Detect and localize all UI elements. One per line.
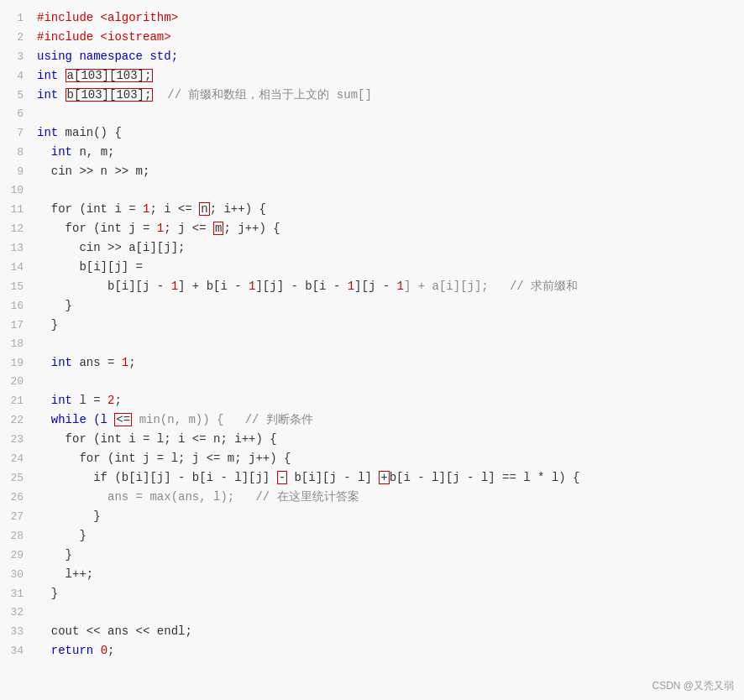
line-number: 12 xyxy=(0,220,34,238)
table-row: 17 } xyxy=(0,316,744,335)
line-content: int main() { xyxy=(34,123,744,142)
code-token: ] + b[i - xyxy=(178,279,249,293)
line-content: while (l <= min(n, m)) { // 判断条件 xyxy=(34,410,744,429)
line-number: 32 xyxy=(0,603,34,622)
table-row: 14 b[i][j] = xyxy=(0,258,744,277)
table-row: 30 l++; xyxy=(0,565,744,584)
line-content: for (int i = 1; i <= n; i++) { xyxy=(34,200,744,218)
code-token: #include <iostream> xyxy=(37,30,171,44)
code-token: // 前缀和数组，相当于上文的 sum[] xyxy=(153,88,371,102)
line-number: 27 xyxy=(0,508,34,526)
code-token: main() { xyxy=(65,126,122,139)
code-token: n xyxy=(199,202,209,216)
line-number: 33 xyxy=(0,623,34,641)
code-token: ; i <= xyxy=(149,202,199,216)
table-row: 9 cin >> n >> m; xyxy=(0,162,744,181)
code-token: int xyxy=(37,69,65,82)
code-token: int xyxy=(37,356,79,369)
table-row: 4int a[103][103]; xyxy=(0,66,744,86)
table-row: 2#include <iostream> xyxy=(0,28,744,47)
line-content: int ans = 1; xyxy=(34,353,744,372)
line-number: 1 xyxy=(0,9,34,28)
code-token: m xyxy=(213,222,223,235)
code-token: 0 xyxy=(101,644,107,657)
code-token: b[i][j - xyxy=(37,279,171,293)
table-row: 29 } xyxy=(0,546,744,565)
table-row: 31 } xyxy=(0,584,744,603)
table-row: 5int b[103][103]; // 前缀和数组，相当于上文的 sum[] xyxy=(0,86,744,105)
line-number: 9 xyxy=(0,163,34,181)
code-token: b[103][103]; xyxy=(65,88,154,102)
line-content: int a[103][103]; xyxy=(34,66,744,85)
table-row: 22 while (l <= min(n, m)) { // 判断条件 xyxy=(0,410,744,430)
code-token: for (int j = l; j <= m; j++) { xyxy=(37,452,291,465)
code-token: int xyxy=(37,126,65,139)
line-number: 19 xyxy=(0,354,34,373)
line-number: 16 xyxy=(0,297,34,316)
code-token: l++; xyxy=(37,567,93,581)
line-content: cin >> a[i][j]; xyxy=(34,238,744,257)
table-row: 7int main() { xyxy=(0,123,744,143)
line-number: 17 xyxy=(0,316,34,335)
table-row: 10 xyxy=(0,181,744,200)
code-token: 1 xyxy=(397,279,404,293)
line-content: #include <algorithm> xyxy=(34,8,744,27)
code-token: 1 xyxy=(348,279,354,293)
table-row: 27 } xyxy=(0,507,744,526)
code-token: } xyxy=(37,299,72,312)
line-number: 21 xyxy=(0,392,34,410)
table-row: 6 xyxy=(0,105,744,123)
table-row: 11 for (int i = 1; i <= n; i++) { xyxy=(0,200,744,219)
code-token: } xyxy=(37,318,58,332)
line-content: for (int j = 1; j <= m; j++) { xyxy=(34,219,744,238)
code-token: cout << ans << endl; xyxy=(37,624,192,638)
code-token: if (b[i][j] - b[i - l][j] xyxy=(37,471,277,484)
code-token: b[i][j] = xyxy=(37,260,143,274)
table-row: 18 xyxy=(0,335,744,353)
code-token: - xyxy=(277,471,287,484)
line-number: 29 xyxy=(0,546,34,565)
line-content: int l = 2; xyxy=(34,391,744,410)
line-content: int b[103][103]; // 前缀和数组，相当于上文的 sum[] xyxy=(34,86,744,104)
table-row: 34 return 0; xyxy=(0,641,744,661)
code-token: ; j <= xyxy=(164,222,213,235)
table-row: 16 } xyxy=(0,296,744,316)
line-number: 10 xyxy=(0,181,34,200)
code-token: 1 xyxy=(122,356,128,369)
table-row: 25 if (b[i][j] - b[i - l][j] - b[i][j - … xyxy=(0,468,744,488)
code-token: ] + a[i][j]; // 求前缀和 xyxy=(404,279,578,293)
code-token: + xyxy=(379,471,389,484)
line-number: 22 xyxy=(0,411,34,430)
line-number: 5 xyxy=(0,86,34,105)
code-token: using namespace std; xyxy=(37,50,178,63)
code-token: ans = xyxy=(79,356,121,369)
line-number: 8 xyxy=(0,144,34,162)
code-token: cin >> n >> m; xyxy=(37,165,149,178)
code-token: ][j] - b[i - xyxy=(255,279,347,293)
code-token: return xyxy=(37,644,101,657)
table-row: 20 xyxy=(0,373,744,391)
footer-attribution: CSDN @又秃又弱 xyxy=(652,679,734,693)
line-content: b[i][j] = xyxy=(34,258,744,276)
table-row: 24 for (int j = l; j <= m; j++) { xyxy=(0,449,744,468)
line-content: cout << ans << endl; xyxy=(34,622,744,640)
table-row: 3using namespace std; xyxy=(0,47,744,66)
line-content: #include <iostream> xyxy=(34,28,744,46)
line-content: } xyxy=(34,526,744,545)
code-token: #include <algorithm> xyxy=(37,11,178,24)
code-token: ; j++) { xyxy=(223,222,280,235)
code-token: l = xyxy=(79,394,107,407)
line-content: } xyxy=(34,316,744,334)
line-content: int n, m; xyxy=(34,143,744,161)
line-number: 14 xyxy=(0,259,34,277)
line-number: 24 xyxy=(0,450,34,468)
line-number: 13 xyxy=(0,239,34,258)
line-content: if (b[i][j] - b[i - l][j] - b[i][j - l] … xyxy=(34,468,744,487)
code-token: for (int j = xyxy=(37,222,157,235)
line-content: cin >> n >> m; xyxy=(34,162,744,180)
table-row: 28 } xyxy=(0,526,744,546)
code-token: while (l xyxy=(37,413,114,426)
line-content: ans = max(ans, l); // 在这里统计答案 xyxy=(34,488,744,506)
code-token: ][j - xyxy=(354,279,396,293)
line-number: 7 xyxy=(0,124,34,143)
